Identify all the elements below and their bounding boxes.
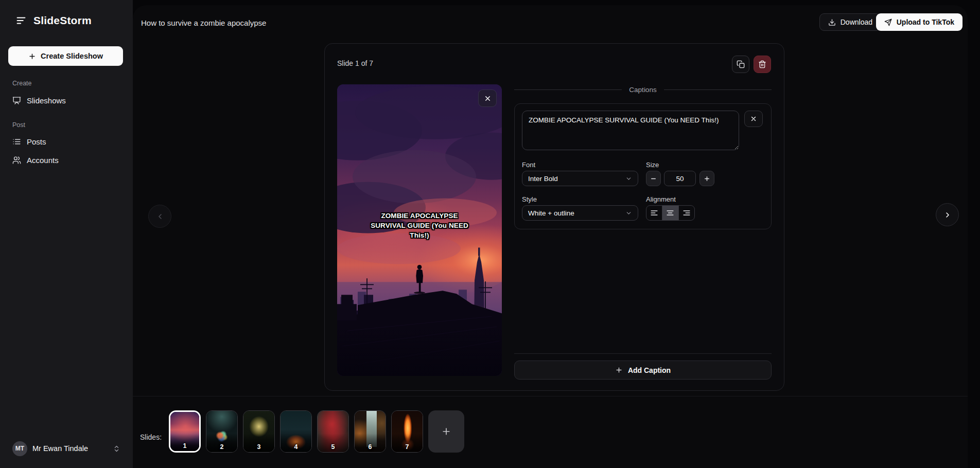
users-icon (12, 156, 21, 165)
next-slide-button[interactable] (936, 203, 959, 226)
size-input[interactable] (664, 171, 696, 186)
font-label: Font (522, 161, 535, 169)
download-icon (828, 19, 836, 26)
align-left-icon (651, 210, 658, 216)
plus-icon (28, 52, 36, 60)
slides-thumbnail-row: 1 2 3 4 5 6 7 (169, 410, 464, 453)
divider (514, 353, 772, 354)
captions-panel: Captions ZOMBIE APOCALYPSE SURVIVAL GUID… (514, 44, 772, 391)
add-caption-label: Add Caption (628, 366, 671, 374)
chevron-right-icon (943, 211, 952, 219)
sidebar-item-label: Slideshows (27, 96, 66, 105)
chevron-down-icon (625, 210, 632, 217)
slide-number: 5 (318, 443, 348, 451)
sidebar: SlideStorm Create Slideshow Create Slide… (0, 0, 133, 468)
size-decrease-button[interactable] (646, 171, 661, 186)
upload-label: Upload to TikTok (897, 18, 954, 26)
alignment-button-group (646, 205, 695, 221)
slide-thumbnail-1[interactable]: 1 (169, 410, 201, 453)
align-left-button[interactable] (646, 206, 662, 220)
close-icon (484, 95, 492, 102)
page-title: How to survive a zombie apocalypse (141, 19, 266, 27)
captions-section-header: Captions (514, 86, 772, 94)
download-label: Download (841, 18, 872, 26)
divider (133, 396, 968, 397)
slide-editor-card: Slide 1 of 7 (324, 43, 784, 391)
close-icon (750, 115, 757, 122)
sidebar-item-slideshows[interactable]: Slideshows (8, 92, 125, 109)
size-label: Size (646, 161, 659, 169)
chevron-down-icon (625, 175, 632, 182)
size-increase-button[interactable] (699, 171, 714, 186)
download-button[interactable]: Download (819, 13, 881, 31)
section-label-post: Post (12, 121, 25, 129)
font-select-value: Inter Bold (528, 175, 558, 183)
align-center-button[interactable] (662, 206, 678, 220)
slide-preview-image[interactable]: ZOMBIE APOCALYPSE SURVIVAL GUIDE (You NE… (337, 84, 502, 376)
slide-thumbnail-4[interactable]: 4 (280, 410, 312, 453)
previous-slide-button[interactable] (148, 205, 171, 228)
captions-section-title: Captions (629, 86, 656, 94)
upload-to-tiktok-button[interactable]: Upload to TikTok (876, 13, 962, 31)
align-right-icon (683, 210, 690, 216)
font-select[interactable]: Inter Bold (522, 171, 638, 186)
alignment-label: Alignment (646, 195, 676, 203)
slide-thumbnail-5[interactable]: 5 (317, 410, 349, 453)
app-title: SlideStorm (33, 14, 92, 27)
send-icon (884, 19, 892, 26)
user-menu[interactable]: MT Mr Ewan Tindale (8, 437, 125, 460)
presentation-icon (12, 96, 21, 105)
list-icon (12, 137, 21, 146)
slide-number: 1 (170, 442, 199, 449)
add-caption-button[interactable]: Add Caption (514, 361, 772, 380)
main-panel: How to survive a zombie apocalypse Downl… (133, 5, 968, 468)
section-label-create: Create (12, 80, 32, 87)
slide-number: 7 (392, 443, 423, 451)
align-center-icon (667, 210, 674, 216)
plus-icon (704, 175, 710, 182)
slide-thumbnail-3[interactable]: 3 (243, 410, 275, 453)
slide-caption-overlay: ZOMBIE APOCALYPSE SURVIVAL GUIDE (You NE… (368, 211, 471, 240)
slide-thumbnail-7[interactable]: 7 (391, 410, 423, 453)
add-slide-button[interactable] (428, 410, 464, 453)
slide-thumbnail-2[interactable]: 2 (206, 410, 238, 453)
sidebar-item-label: Accounts (27, 156, 59, 165)
slide-number: 4 (281, 443, 311, 451)
scrollbar-gutter[interactable] (968, 0, 980, 468)
caption-text-input[interactable]: ZOMBIE APOCALYPSE SURVIVAL GUIDE (You NE… (522, 111, 739, 150)
plus-icon (441, 426, 451, 437)
remove-slide-image-button[interactable] (478, 89, 497, 107)
slide-number: 3 (243, 443, 274, 451)
sidebar-item-accounts[interactable]: Accounts (8, 151, 125, 169)
style-label: Style (522, 195, 537, 203)
slide-number: 6 (355, 443, 386, 451)
app-logo: SlideStorm (15, 14, 92, 27)
divider (514, 89, 622, 90)
plus-icon (615, 366, 623, 374)
filter-icon (15, 15, 27, 26)
caption-editor-group: ZOMBIE APOCALYPSE SURVIVAL GUIDE (You NE… (514, 103, 772, 229)
create-slideshow-button[interactable]: Create Slideshow (8, 46, 123, 66)
align-right-button[interactable] (678, 206, 694, 220)
avatar: MT (12, 441, 27, 456)
sidebar-item-posts[interactable]: Posts (8, 133, 125, 150)
divider (664, 89, 772, 90)
user-name: Mr Ewan Tindale (32, 444, 108, 453)
chevron-left-icon (156, 212, 164, 221)
create-slideshow-label: Create Slideshow (41, 52, 103, 60)
slides-bar-label: Slides: (140, 433, 162, 441)
slide-thumbnail-6[interactable]: 6 (354, 410, 386, 453)
style-select-value: White + outline (528, 209, 574, 217)
style-select[interactable]: White + outline (522, 205, 638, 221)
sidebar-item-label: Posts (27, 137, 46, 146)
slide-counter: Slide 1 of 7 (337, 59, 373, 67)
slide-number: 2 (206, 443, 237, 451)
remove-caption-button[interactable] (744, 111, 763, 127)
chevrons-up-down-icon (113, 445, 120, 453)
minus-icon (650, 175, 657, 182)
